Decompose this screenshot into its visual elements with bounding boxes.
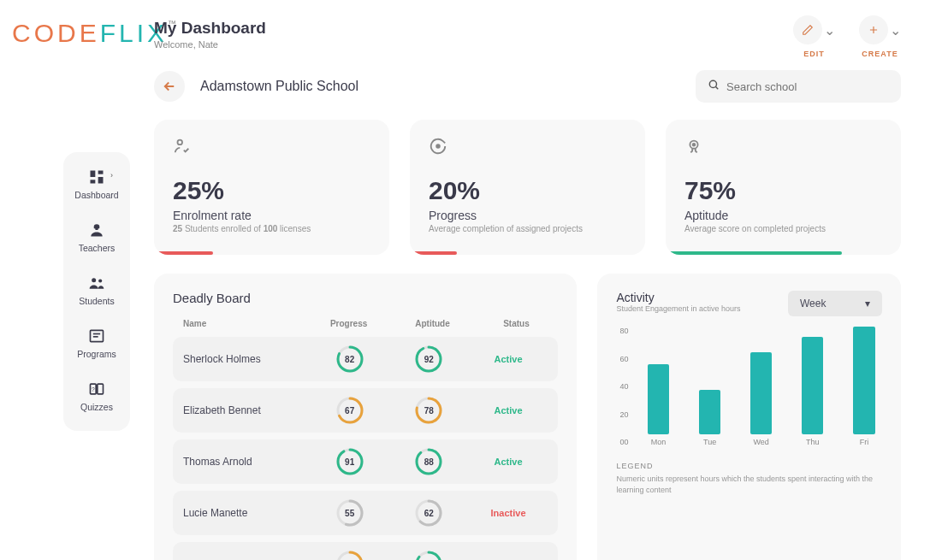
bottom-panels: Deadly Board Name Progress Aptitude Stat…	[154, 274, 901, 560]
svg-rect-3	[91, 180, 96, 183]
sidebar-item-dashboard[interactable]: › Dashboard	[74, 168, 118, 200]
create-action: ⌄ CREATE	[859, 15, 901, 58]
bar-label: Mon	[651, 438, 667, 446]
table-row[interactable]: Elizabeth Bennet 67 78 Active	[173, 388, 558, 433]
bar-label: Wed	[754, 438, 769, 446]
quizzes-icon: ?	[87, 380, 106, 398]
svg-line-16	[715, 86, 718, 89]
status-badge: Active	[469, 457, 548, 467]
sidebar-item-students[interactable]: Students	[79, 274, 114, 306]
bar-column: Fri	[846, 327, 882, 446]
progress-ring: 62	[415, 499, 442, 527]
page-header: My Dashboard Welcome, Nate	[154, 19, 266, 50]
bar-label: Thu	[806, 438, 820, 446]
svg-point-17	[178, 140, 183, 145]
col-progress: Progress	[307, 319, 391, 328]
table-row[interactable]: Edmond Dantès 73 85 Active	[173, 542, 558, 560]
sidebar: › Dashboard Teachers Students Programs ?…	[63, 152, 130, 431]
col-aptitude: Aptitude	[391, 319, 475, 328]
progress-card: 20% Progress Average completion of assig…	[410, 120, 645, 255]
main-content: Adamstown Public School 25% Enrolment ra…	[154, 70, 901, 560]
header-actions: ⌄ EDIT ⌄ CREATE	[793, 15, 901, 58]
activity-title: Activity	[616, 291, 740, 304]
welcome-text: Welcome, Nate	[154, 39, 266, 50]
bar	[699, 390, 720, 435]
sidebar-item-teachers[interactable]: Teachers	[79, 221, 116, 253]
sidebar-item-label: Programs	[77, 349, 116, 359]
students-icon	[87, 274, 106, 292]
period-select[interactable]: Week ▾	[788, 291, 882, 316]
bar	[853, 327, 874, 434]
breadcrumb-title: Adamstown Public School	[200, 79, 358, 94]
student-name: Elizabeth Bennet	[183, 404, 310, 416]
card-subtitle: Average score on completed projects	[684, 224, 882, 233]
create-chevron-icon[interactable]: ⌄	[890, 22, 901, 38]
edit-button[interactable]	[793, 15, 822, 44]
person-check-icon	[173, 137, 370, 159]
y-tick: 80	[619, 327, 628, 335]
svg-point-8	[98, 279, 102, 282]
card-title: Aptitude	[684, 209, 882, 222]
progress-bar	[410, 251, 457, 255]
teacher-icon	[87, 221, 106, 239]
card-value: 75%	[684, 176, 882, 205]
status-badge: Active	[469, 354, 548, 364]
card-value: 20%	[429, 176, 626, 205]
dashboard-icon	[87, 168, 106, 186]
breadcrumb-row: Adamstown Public School	[154, 70, 901, 103]
col-name: Name	[173, 319, 307, 328]
logo: CODEFLIX™	[12, 19, 176, 48]
bar-column: Mon	[640, 327, 676, 446]
select-value: Week	[800, 298, 826, 309]
table-row[interactable]: Lucie Manette 55 62 Inactive	[173, 491, 558, 535]
status-badge: Inactive	[469, 508, 548, 518]
table-row[interactable]: Sherlock Holmes 82 92 Active	[173, 337, 558, 381]
student-name: Lucie Manette	[183, 507, 310, 519]
bar-label: Fri	[860, 438, 869, 446]
table-row[interactable]: Thomas Arnold 91 88 Active	[173, 439, 558, 484]
arrow-left-icon	[162, 79, 177, 94]
svg-text:?: ?	[92, 386, 95, 392]
legend-text: Numeric units represent hours which the …	[616, 474, 882, 495]
edit-label: EDIT	[803, 50, 825, 58]
progress-ring: 88	[415, 448, 442, 475]
bar-column: Thu	[795, 327, 831, 446]
activity-panel: Activity Student Engagement in active ho…	[597, 274, 901, 560]
enrolment-card: 25% Enrolment rate 25 Students enrolled …	[154, 120, 389, 255]
progress-ring: 82	[336, 345, 364, 373]
stat-cards: 25% Enrolment rate 25 Students enrolled …	[154, 120, 901, 255]
svg-point-18	[436, 144, 440, 148]
progress-ring: 73	[336, 551, 364, 560]
svg-point-20	[693, 144, 696, 146]
cycle-icon	[429, 137, 626, 159]
search-input[interactable]	[726, 80, 889, 93]
svg-rect-13	[98, 384, 104, 394]
progress-ring: 91	[336, 448, 364, 475]
card-title: Enrolment rate	[173, 209, 370, 222]
svg-rect-1	[98, 171, 104, 174]
bar-column: Tue	[692, 327, 728, 446]
svg-rect-0	[91, 171, 96, 178]
progress-ring: 92	[415, 345, 442, 373]
activity-chart: 8060402000 Mon Tue Wed Thu Fri	[616, 327, 882, 446]
sidebar-item-quizzes[interactable]: ? Quizzes	[80, 380, 113, 412]
card-subtitle: 25 Students enrolled of 100 licenses	[173, 224, 370, 233]
progress-ring: 78	[415, 397, 442, 424]
board-title: Deadly Board	[173, 291, 558, 305]
progress-ring: 85	[415, 551, 442, 560]
progress-bar	[666, 251, 842, 255]
back-button[interactable]	[154, 71, 185, 102]
sidebar-item-label: Teachers	[79, 243, 116, 253]
y-axis-labels: 8060402000	[619, 327, 628, 446]
create-button[interactable]	[859, 15, 888, 44]
card-value: 25%	[173, 176, 370, 205]
col-status: Status	[474, 319, 558, 328]
bar-column: Wed	[744, 327, 779, 446]
sidebar-item-programs[interactable]: Programs	[77, 327, 116, 359]
svg-point-6	[98, 228, 99, 230]
search-box[interactable]	[696, 70, 901, 103]
edit-chevron-icon[interactable]: ⌄	[824, 22, 835, 38]
progress-ring: 67	[336, 397, 364, 424]
programs-icon	[87, 327, 106, 345]
aptitude-card: 75% Aptitude Average score on completed …	[666, 120, 901, 255]
